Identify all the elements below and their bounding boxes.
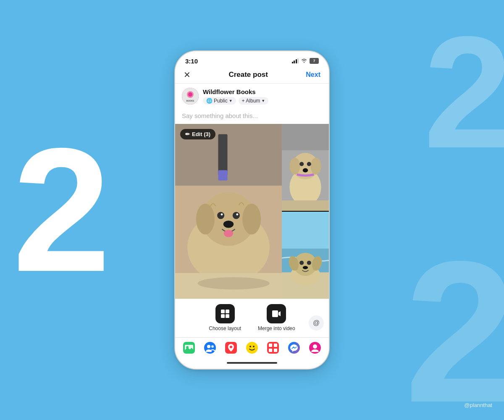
merge-video-label: Merge into video — [258, 326, 295, 332]
background-number-right-top: 2 — [424, 13, 504, 172]
mention-button[interactable]: @ — [309, 315, 324, 331]
svg-point-17 — [224, 230, 233, 237]
caption-placeholder: Say something about this... — [182, 112, 258, 119]
close-button[interactable]: ✕ — [184, 70, 191, 80]
svg-point-55 — [249, 346, 251, 347]
bottom-nav — [175, 337, 329, 357]
nav-messenger-button[interactable] — [286, 340, 302, 355]
svg-rect-6 — [218, 134, 228, 175]
watermark: @plannthat — [464, 402, 492, 408]
bottom-toolbar: Choose layout Merge into video @ — [175, 299, 329, 337]
svg-point-10 — [196, 204, 215, 234]
chevron-down-icon-album: ▼ — [261, 99, 265, 103]
globe-icon: 🌐 — [206, 98, 213, 104]
svg-rect-57 — [267, 342, 279, 354]
nav-location-button[interactable] — [223, 340, 239, 355]
nav-people-button[interactable] — [202, 340, 218, 355]
svg-text:BOOKS: BOOKS — [186, 100, 194, 102]
svg-rect-43 — [221, 314, 225, 318]
public-label: Public — [214, 98, 228, 104]
status-icons: 7 — [292, 58, 319, 64]
edit-badge[interactable]: ✏ Edit (3) — [180, 129, 215, 139]
svg-rect-44 — [226, 314, 229, 318]
merge-icon-box — [267, 304, 286, 323]
svg-point-50 — [207, 345, 210, 348]
svg-point-27 — [299, 162, 304, 166]
svg-point-40 — [303, 266, 308, 270]
svg-rect-45 — [272, 310, 278, 317]
chevron-down-icon: ▼ — [229, 99, 233, 103]
svg-point-2 — [188, 92, 192, 97]
nav-bar: ✕ Create post Next — [175, 66, 329, 84]
svg-point-38 — [299, 261, 304, 265]
nav-emoji-button[interactable] — [244, 340, 260, 355]
background-number-right-bottom: 2 — [404, 231, 504, 420]
status-bar: 3:10 7 — [175, 51, 329, 66]
svg-point-56 — [253, 346, 255, 347]
svg-rect-22 — [282, 124, 329, 150]
svg-point-19 — [198, 277, 270, 289]
svg-point-53 — [230, 346, 232, 348]
svg-rect-60 — [269, 349, 272, 352]
svg-point-13 — [233, 212, 240, 219]
home-bar — [227, 362, 277, 364]
home-indicator — [175, 357, 329, 369]
pencil-icon: ✏ — [185, 131, 190, 137]
next-button[interactable]: Next — [306, 71, 320, 79]
choose-layout-label: Choose layout — [209, 326, 241, 332]
svg-point-54 — [246, 342, 258, 354]
svg-rect-59 — [274, 344, 277, 347]
profile-badges: 🌐 Public ▼ + Album ▼ — [203, 97, 268, 105]
battery-icon: 7 — [310, 58, 319, 64]
photo-side-column — [282, 124, 329, 299]
merge-video-button[interactable]: Merge into video — [258, 304, 295, 332]
svg-point-16 — [223, 220, 234, 228]
nav-media-button[interactable] — [181, 340, 197, 355]
wifi-icon — [301, 58, 307, 64]
svg-point-11 — [242, 204, 261, 234]
svg-rect-41 — [221, 310, 225, 313]
public-badge[interactable]: 🌐 Public ▼ — [203, 97, 236, 105]
choose-layout-button[interactable]: Choose layout — [209, 304, 241, 332]
layout-grid-icon — [220, 309, 230, 319]
avatar: BOOKS — [182, 88, 199, 105]
svg-point-29 — [303, 168, 308, 172]
svg-point-51 — [211, 345, 214, 348]
profile-info: Wildflower Books 🌐 Public ▼ + Album ▼ — [203, 88, 268, 105]
edit-label: Edit (3) — [192, 131, 210, 137]
caption-area[interactable]: Say something about this... — [175, 109, 329, 124]
svg-point-14 — [221, 213, 223, 215]
svg-rect-30 — [282, 200, 329, 211]
svg-point-64 — [313, 344, 317, 349]
nav-title: Create post — [228, 71, 268, 79]
svg-rect-61 — [274, 349, 277, 352]
signal-icon — [292, 58, 299, 63]
svg-point-28 — [307, 162, 311, 166]
profile-name: Wildflower Books — [203, 88, 268, 95]
profile-section: BOOKS Wildflower Books 🌐 Public ▼ + Albu… — [175, 84, 329, 109]
phone-shell: 3:10 7 — [174, 50, 330, 370]
svg-point-12 — [217, 212, 224, 219]
svg-point-26 — [311, 158, 321, 174]
phone-screen: 3:10 7 — [175, 51, 329, 369]
svg-point-15 — [236, 213, 238, 215]
nav-profile-button[interactable] — [307, 340, 323, 355]
photo-side-top — [282, 124, 329, 211]
svg-point-39 — [307, 261, 311, 265]
svg-point-25 — [289, 158, 300, 174]
status-time: 3:10 — [185, 58, 198, 65]
photo-side-bottom — [282, 212, 329, 299]
photo-grid: ✏ Edit (3) — [175, 124, 329, 299]
album-badge[interactable]: + Album ▼ — [239, 97, 269, 105]
svg-rect-42 — [226, 310, 229, 313]
photo-main: ✏ Edit (3) — [175, 124, 282, 299]
album-label: + Album — [242, 98, 260, 104]
svg-rect-7 — [218, 170, 228, 180]
nav-grid-button[interactable] — [265, 340, 281, 355]
svg-rect-58 — [269, 344, 272, 347]
background-number-left: 2 — [13, 122, 111, 298]
layout-icon-box — [215, 304, 235, 323]
merge-video-icon — [271, 309, 281, 319]
mention-icon: @ — [313, 319, 320, 327]
